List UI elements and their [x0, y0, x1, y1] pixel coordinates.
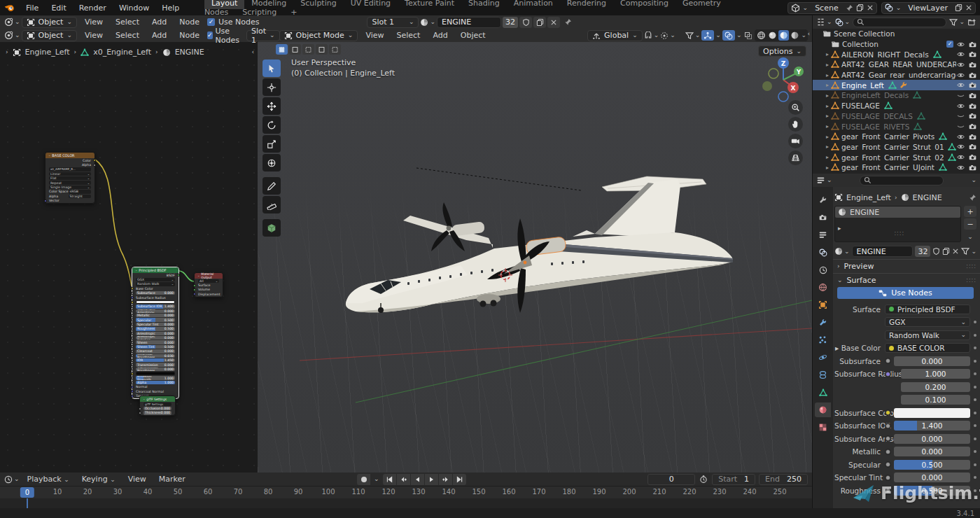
- new-material-button[interactable]: [533, 17, 546, 28]
- outliner-row-engineleft-decals[interactable]: ▸EngineLeft_Decals: [813, 90, 980, 101]
- editor-type-icon[interactable]: ⌄: [4, 475, 20, 484]
- select-mode-select-box-mode[interactable]: [289, 44, 301, 55]
- current-frame-indicator[interactable]: 0: [20, 487, 34, 498]
- display-mode-dropdown[interactable]: ⌄: [816, 18, 832, 27]
- principled-bsdf-node[interactable]: ⌄Principled BSDFBSDFGGX⌄Random Walk⌄Base…: [132, 267, 179, 399]
- preview-panel-header[interactable]: ›Preview::::: [833, 259, 980, 271]
- menu-window[interactable]: Window: [113, 2, 155, 14]
- slot-dropdown[interactable]: Slot 1⌄: [246, 30, 280, 41]
- close-icon[interactable]: [952, 248, 959, 255]
- viewport-3d[interactable]: ⌄ Object Mode⌄ ViewSelectAddObject Globa…: [258, 29, 812, 472]
- hide-viewport-toggle[interactable]: [956, 122, 965, 130]
- outliner-row-art42-gear-rear-undercarriage-[interactable]: ▸ART42_GEAR_REAR_UNDERCARRIAGE_: [813, 59, 980, 70]
- tool-annotate[interactable]: [262, 177, 281, 195]
- properties-tab-world[interactable]: [815, 280, 831, 295]
- navigation-gizmo[interactable]: Z X Y: [757, 54, 811, 107]
- image-texture-node[interactable]: ⌄BASE COLORColorAlphax0_AIRFRAME_B...Lin…: [45, 152, 95, 204]
- properties-tab-viewlayer[interactable]: [815, 245, 831, 260]
- use-nodes-checkbox[interactable]: ✓: [207, 18, 215, 26]
- properties-tab-render[interactable]: [815, 210, 831, 225]
- outliner-row-gear-front-carrier-strut-01[interactable]: ▸gear_Front_Carrier_Strut_01: [813, 142, 980, 153]
- tool-scale[interactable]: [262, 135, 281, 153]
- subsurface-ior-slider[interactable]: 1.400: [894, 421, 970, 430]
- subsurface-aniso--slider[interactable]: 0.000: [894, 434, 970, 444]
- properties-tab-modifiers[interactable]: [815, 315, 831, 330]
- outliner-row-fuselage-rivets[interactable]: ▸FUSELAGE_RIVETS: [813, 121, 980, 132]
- distribution-dropdown[interactable]: GGX⌄: [885, 317, 970, 327]
- material-slot-list[interactable]: ENGINE ▸::::: [834, 206, 961, 242]
- disable-render-toggle[interactable]: [968, 102, 977, 110]
- disable-render-toggle[interactable]: [968, 122, 977, 130]
- outliner-row-fuselage[interactable]: ▸FUSELAGE: [813, 101, 980, 111]
- workspace-tab-texture-paint[interactable]: Texture Paint: [398, 0, 461, 9]
- shield-icon[interactable]: [932, 247, 940, 255]
- frame-start-field[interactable]: Start1: [712, 474, 755, 485]
- properties-options-icon[interactable]: ⌄: [971, 177, 976, 183]
- select-mode-select-paint[interactable]: [329, 44, 341, 55]
- menu-add[interactable]: Add: [146, 29, 173, 41]
- hide-viewport-toggle[interactable]: [956, 71, 965, 79]
- slot-list-expand-icon[interactable]: ▸: [838, 225, 841, 232]
- outliner-row-gear-front-carrier-pivots[interactable]: ▸gear_Front_Carrier_Pivots: [813, 132, 980, 142]
- playhead[interactable]: [27, 498, 28, 508]
- workspace-tab-shading[interactable]: Shading: [461, 0, 507, 9]
- remove-slot-button[interactable]: −: [964, 218, 976, 230]
- subsurface-color-color-swatch[interactable]: [894, 408, 970, 418]
- timeline-menu-playback[interactable]: Playback ⌄: [21, 473, 76, 485]
- menu-edit[interactable]: Edit: [45, 2, 72, 14]
- fake-user-button[interactable]: [519, 17, 532, 28]
- select-mode-tweak[interactable]: [276, 44, 288, 55]
- nav-pan-button[interactable]: [788, 117, 803, 132]
- pin-icon[interactable]: [846, 4, 853, 12]
- select-mode-select-lasso[interactable]: [316, 44, 328, 55]
- disable-render-toggle[interactable]: [968, 164, 977, 172]
- outliner-row-fuselage-decals[interactable]: ▸FUSELAGE_DECALS: [813, 111, 980, 122]
- outliner-row-engine-left[interactable]: ▸Engine_Left: [813, 80, 980, 90]
- filter-id-dropdown[interactable]: ⌄: [835, 18, 850, 27]
- copy-icon[interactable]: [942, 247, 950, 255]
- socket-dot[interactable]: [885, 461, 891, 468]
- material-browse-dropdown[interactable]: ⌄: [420, 18, 435, 27]
- menu-select[interactable]: Select: [109, 29, 146, 41]
- properties-tab-material[interactable]: [815, 402, 831, 417]
- subsurface-method-dropdown[interactable]: Random Walk⌄: [885, 330, 970, 340]
- play-back-button[interactable]: [411, 474, 424, 485]
- expand-arrow-icon[interactable]: ▸: [824, 154, 831, 160]
- outliner-row-gear-front-carrier-strut-02[interactable]: ▸gear_Front_Carrier_Strut_02: [813, 152, 980, 162]
- properties-tab-physics[interactable]: [815, 350, 831, 365]
- subsurface-slider[interactable]: 0.000: [894, 356, 970, 366]
- stopwatch-icon[interactable]: [699, 475, 708, 484]
- socket-dot[interactable]: [885, 371, 891, 377]
- menu-node[interactable]: Node: [173, 29, 206, 41]
- region-expand-icon[interactable]: ›: [6, 49, 8, 55]
- unlink-button[interactable]: [547, 17, 560, 28]
- socket-dot[interactable]: [885, 410, 891, 416]
- properties-tab-object[interactable]: [815, 298, 831, 312]
- timeline-menu-view[interactable]: View: [122, 473, 153, 485]
- socket-dot[interactable]: [885, 358, 891, 364]
- disable-render-toggle[interactable]: [968, 71, 977, 79]
- roughness-slider[interactable]: 0.500: [894, 486, 970, 496]
- new-collection-button[interactable]: [967, 18, 976, 27]
- expand-arrow-icon[interactable]: ▸: [824, 62, 831, 68]
- record-button[interactable]: [357, 474, 370, 485]
- breadcrumb-object[interactable]: Engine_Left: [846, 193, 891, 202]
- viewlayer-selector[interactable]: ⌄ ViewLayer: [881, 2, 976, 14]
- surface-panel-header[interactable]: ⌄Surface::::: [833, 273, 980, 285]
- timeline-ruler[interactable]: 0102030405060708090100110120130140150160…: [0, 486, 812, 498]
- copy-icon[interactable]: [856, 4, 864, 12]
- select-mode-select-circle[interactable]: [302, 44, 314, 55]
- timeline-track-area[interactable]: [0, 498, 812, 508]
- timeline-menu-keying[interactable]: Keying ⌄: [76, 473, 122, 485]
- slot-specials-dropdown[interactable]: ⌄: [964, 231, 976, 242]
- outliner-search-input[interactable]: [853, 18, 946, 27]
- socket-dot[interactable]: [885, 449, 891, 455]
- subsurface-radius-value-1[interactable]: 0.200: [901, 382, 970, 392]
- pin-icon[interactable]: [564, 18, 572, 26]
- jump-end-button[interactable]: [453, 474, 466, 485]
- expand-arrow-icon[interactable]: ▸: [824, 123, 831, 130]
- disable-render-toggle[interactable]: [968, 41, 977, 48]
- metallic-slider[interactable]: 0.000: [894, 447, 970, 456]
- outliner-row-collection[interactable]: Collection✓: [813, 39, 980, 50]
- workspace-tab-rendering[interactable]: Rendering: [560, 0, 613, 9]
